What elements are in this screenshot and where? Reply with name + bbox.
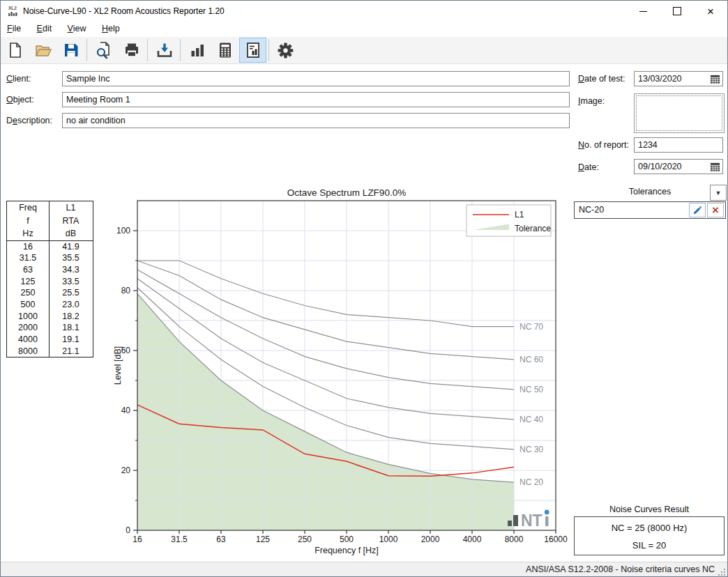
result-box: NC = 25 (8000 Hz) SIL = 20: [574, 516, 725, 555]
table-cell: 23.0: [49, 299, 92, 311]
open-file-icon: [34, 41, 52, 59]
calculator-button[interactable]: [211, 38, 238, 63]
table-row: 50023.0: [7, 299, 93, 311]
menu-file[interactable]: File: [1, 22, 27, 36]
calculator-icon: [216, 41, 234, 59]
settings-gear-icon: [276, 41, 295, 60]
date-of-test-field: [634, 71, 723, 86]
svg-text:40: 40: [121, 406, 131, 415]
table-row: 800021.1: [7, 346, 93, 357]
open-file-button[interactable]: [29, 38, 56, 63]
client-label: Client:: [6, 74, 31, 84]
resize-grip-icon[interactable]: [718, 568, 726, 576]
print-preview-icon: [95, 41, 113, 59]
date-field: [634, 159, 723, 174]
status-text: ANSI/ASA S12.2-2008 - Noise criteria cur…: [526, 562, 715, 577]
svg-text:NT: NT: [521, 511, 543, 530]
minimize-icon: [639, 11, 647, 12]
table-cell: 33.5: [49, 276, 92, 288]
table-cell: 21.1: [49, 346, 92, 357]
svg-text:16: 16: [132, 534, 142, 544]
chart-panel: NC 70NC 60NC 50NC 40NC 30NC 201631.56312…: [112, 185, 572, 558]
svg-text:NC 60: NC 60: [520, 355, 543, 364]
description-label: Description:: [6, 116, 52, 125]
table-row: 100018.2: [7, 311, 93, 323]
print-icon: [123, 41, 141, 59]
menu-edit[interactable]: Edit: [31, 22, 59, 36]
result-nc-value: NC = 25 (8000 Hz): [575, 523, 724, 533]
new-file-button[interactable]: [1, 38, 29, 63]
maximize-icon: [673, 7, 681, 15]
save-icon: [62, 41, 80, 59]
table-cell: 35.5: [49, 252, 92, 264]
tolerance-delete-button[interactable]: ×: [707, 203, 724, 217]
settings-button[interactable]: [272, 38, 299, 63]
tolerance-row[interactable]: NC-20 ×: [574, 201, 726, 219]
no-of-report-input[interactable]: [634, 137, 723, 153]
report-chart-button[interactable]: [239, 38, 266, 63]
client-input[interactable]: [62, 71, 570, 86]
table-row: 12533.5: [7, 276, 93, 288]
levels-icon: [188, 41, 206, 59]
tolerance-name: NC-20: [579, 202, 604, 218]
svg-text:NC 30: NC 30: [520, 445, 543, 454]
calendar-icon: [710, 74, 720, 84]
chevron-down-icon: ▼: [715, 190, 722, 197]
close-button[interactable]: ×: [695, 1, 727, 22]
table-cell: 8000: [7, 346, 49, 357]
minimize-button[interactable]: [627, 1, 659, 22]
table-row: 6334.3: [7, 264, 93, 276]
menu-bar: File Edit View Help: [1, 22, 727, 37]
print-preview-button[interactable]: [90, 38, 117, 63]
table-cell: 1000: [7, 311, 49, 323]
svg-text:NC 50: NC 50: [520, 385, 543, 394]
save-button[interactable]: [57, 38, 84, 63]
result-title: Noise Curves Result: [574, 505, 725, 514]
table-cell: 31.5: [7, 252, 49, 264]
image-label: Image:: [578, 96, 605, 106]
menu-view[interactable]: View: [61, 22, 93, 36]
maximize-button[interactable]: [661, 1, 693, 22]
tolerances-dropdown-button[interactable]: ▼: [710, 185, 727, 201]
image-dropzone[interactable]: [634, 93, 725, 133]
date-of-test-calendar-button[interactable]: [708, 72, 721, 85]
svg-text:4000: 4000: [463, 534, 482, 544]
svg-text:Octave Spectrum LZF90.0%: Octave Spectrum LZF90.0%: [287, 187, 406, 198]
table-row: 25025.5: [7, 287, 93, 299]
svg-text:Level [dB]: Level [dB]: [113, 346, 123, 385]
title-bar: XL2 Noise-Curve-L90 - XL2 Room Acoustics…: [1, 1, 727, 22]
svg-text:16000: 16000: [544, 534, 568, 544]
svg-text:0: 0: [126, 525, 130, 535]
print-button[interactable]: [118, 38, 145, 63]
svg-text:250: 250: [298, 534, 312, 544]
report-chart-icon: [244, 41, 262, 59]
export-icon: [156, 41, 174, 59]
window-title: Noise-Curve-L90 - XL2 Room Acoustics Rep…: [23, 1, 225, 22]
svg-text:31.5: 31.5: [171, 534, 188, 544]
tolerance-edit-button[interactable]: [689, 203, 706, 217]
header-line: Hz: [7, 227, 49, 240]
new-file-icon: [6, 41, 24, 59]
octave-spectrum-chart: NC 70NC 60NC 50NC 40NC 30NC 201631.56312…: [112, 185, 572, 558]
header-line: f: [7, 215, 49, 228]
levels-button[interactable]: [183, 38, 211, 63]
description-input[interactable]: [62, 113, 570, 128]
close-icon: ×: [707, 6, 714, 17]
svg-text:L1: L1: [515, 210, 524, 220]
date-calendar-button[interactable]: [708, 160, 721, 173]
svg-text:100: 100: [116, 226, 130, 236]
menu-help[interactable]: Help: [96, 22, 126, 36]
header-line: RTA: [50, 215, 92, 228]
object-input[interactable]: [62, 92, 570, 107]
toolbar: [1, 37, 727, 64]
svg-text:1000: 1000: [379, 534, 398, 544]
svg-text:8000: 8000: [505, 534, 524, 544]
frequency-table: FreqfHz L1RTAdB 1641.931.535.56334.31253…: [6, 201, 93, 357]
export-button[interactable]: [151, 38, 178, 63]
toolbar-separator: [86, 39, 87, 61]
freq-table-rows: 1641.931.535.56334.312533.525025.550023.…: [7, 241, 93, 357]
image-dropzone-inner: [636, 95, 722, 131]
table-cell: 18.2: [49, 311, 92, 323]
svg-text:20: 20: [121, 466, 131, 475]
calendar-icon: [710, 162, 720, 172]
